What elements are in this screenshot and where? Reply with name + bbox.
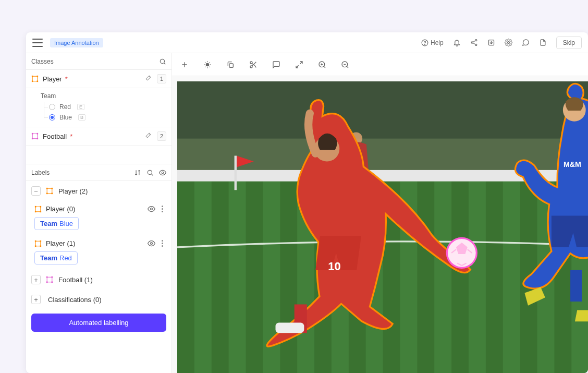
labels-title: Labels bbox=[31, 169, 50, 176]
key-hint: E bbox=[77, 104, 84, 110]
labels-header: Labels bbox=[26, 164, 172, 181]
class-count: 1 bbox=[157, 74, 166, 83]
radio-icon bbox=[49, 104, 55, 110]
zoom-in-icon[interactable] bbox=[318, 61, 326, 69]
svg-text:10: 10 bbox=[328, 260, 340, 273]
annotated-image: 10 bbox=[177, 81, 588, 373]
comment-icon[interactable] bbox=[522, 39, 530, 46]
topbar-right: Help Skip bbox=[421, 37, 582, 49]
canvas[interactable]: 10 bbox=[172, 76, 588, 373]
svg-point-16 bbox=[148, 170, 152, 174]
label-group-football[interactable]: + Football (1) bbox=[26, 270, 172, 290]
attribute-option-red[interactable]: Red E bbox=[49, 102, 172, 112]
svg-point-7 bbox=[160, 59, 164, 63]
group-label: Classifications (0) bbox=[48, 296, 102, 304]
required-icon: * bbox=[65, 75, 68, 83]
label-group-player[interactable]: − Player (2) bbox=[26, 181, 172, 201]
wand-icon[interactable] bbox=[145, 75, 152, 83]
svg-point-4 bbox=[475, 44, 476, 45]
class-row-player[interactable]: Player * 1 bbox=[26, 70, 172, 88]
class-player-attributes: Team Red E Blue B bbox=[26, 88, 172, 127]
key-hint: B bbox=[78, 114, 85, 121]
share-icon[interactable] bbox=[470, 39, 478, 46]
polygon-icon bbox=[46, 187, 53, 195]
topbar: Image Annotation Help Skip bbox=[26, 32, 588, 53]
svg-point-26 bbox=[151, 208, 153, 210]
svg-text:M&M: M&M bbox=[564, 160, 581, 169]
polygon-icon bbox=[34, 206, 42, 213]
eye-icon[interactable] bbox=[148, 205, 155, 213]
svg-rect-60 bbox=[570, 270, 582, 302]
image-stage: 10 bbox=[177, 81, 588, 373]
brightness-icon[interactable] bbox=[203, 61, 212, 69]
expand-icon[interactable]: + bbox=[31, 295, 41, 304]
label-name[interactable]: Player (0) bbox=[46, 205, 75, 213]
help-label: Help bbox=[431, 39, 444, 46]
label-item-player-1: Player (1) TeamRed bbox=[26, 235, 172, 270]
bell-icon[interactable] bbox=[453, 39, 461, 46]
wand-icon[interactable] bbox=[145, 132, 152, 140]
svg-point-1 bbox=[425, 44, 425, 44]
svg-rect-55 bbox=[276, 323, 304, 333]
sort-icon[interactable] bbox=[134, 169, 141, 176]
skip-button[interactable]: Skip bbox=[556, 37, 582, 49]
classes-title: Classes bbox=[31, 58, 54, 65]
polygon-icon bbox=[34, 240, 42, 247]
label-item-player-0: Player (0) TeamBlue bbox=[26, 201, 172, 235]
svg-point-6 bbox=[507, 42, 509, 44]
radio-icon bbox=[49, 114, 55, 121]
comment-icon[interactable] bbox=[272, 61, 280, 69]
class-row-football[interactable]: Football * 2 bbox=[26, 127, 172, 146]
svg-point-31 bbox=[151, 243, 153, 245]
eye-icon[interactable] bbox=[148, 239, 155, 247]
more-icon[interactable] bbox=[160, 240, 165, 247]
help-button[interactable]: Help bbox=[421, 39, 444, 46]
canvas-toolbar bbox=[172, 53, 588, 76]
scissors-icon[interactable] bbox=[249, 61, 258, 69]
more-icon[interactable] bbox=[160, 206, 165, 212]
required-icon: * bbox=[70, 133, 72, 140]
zoom-out-icon[interactable] bbox=[341, 61, 349, 69]
sidebar: Classes Player * 1 Team bbox=[26, 53, 172, 373]
settings-icon[interactable] bbox=[505, 39, 512, 46]
automated-labelling-button[interactable]: Automated labelling bbox=[31, 314, 166, 332]
option-label: Red bbox=[59, 103, 71, 111]
label-group-classifications[interactable]: + Classifications (0) bbox=[26, 290, 172, 309]
document-icon[interactable] bbox=[539, 39, 547, 46]
expand-icon[interactable] bbox=[295, 61, 303, 69]
polygon-icon bbox=[46, 276, 53, 283]
svg-point-3 bbox=[471, 42, 473, 43]
svg-point-36 bbox=[206, 63, 209, 66]
group-label: Player (2) bbox=[58, 187, 88, 195]
main-area: 10 bbox=[172, 53, 588, 373]
label-name[interactable]: Player (1) bbox=[46, 239, 75, 247]
svg-point-39 bbox=[250, 66, 252, 68]
help-icon bbox=[421, 39, 428, 46]
menu-icon[interactable] bbox=[32, 39, 43, 47]
class-name: Football bbox=[43, 133, 67, 140]
annotation-football[interactable] bbox=[447, 238, 476, 268]
attribute-option-blue[interactable]: Blue B bbox=[49, 112, 172, 123]
class-count: 2 bbox=[157, 131, 166, 141]
search-icon[interactable] bbox=[146, 169, 154, 176]
polygon-icon bbox=[31, 133, 39, 140]
copy-icon[interactable] bbox=[226, 61, 235, 69]
app-window: Image Annotation Help Skip Classes bbox=[26, 32, 588, 373]
team-chip-red[interactable]: TeamRed bbox=[34, 251, 78, 264]
svg-rect-49 bbox=[235, 155, 237, 190]
expand-icon[interactable]: + bbox=[31, 275, 41, 284]
svg-point-17 bbox=[162, 172, 164, 174]
polygon-icon bbox=[31, 75, 39, 82]
svg-rect-37 bbox=[229, 64, 233, 67]
svg-point-2 bbox=[475, 40, 476, 41]
image-annotation-tag: Image Annotation bbox=[50, 38, 103, 47]
classes-header: Classes bbox=[26, 53, 172, 70]
search-icon[interactable] bbox=[159, 58, 166, 65]
team-chip-blue[interactable]: TeamBlue bbox=[34, 217, 79, 230]
plus-icon[interactable] bbox=[180, 61, 189, 69]
option-label: Blue bbox=[59, 114, 72, 121]
eye-icon[interactable] bbox=[159, 169, 166, 176]
group-label: Football (1) bbox=[58, 276, 93, 284]
collapse-icon[interactable]: − bbox=[31, 186, 41, 196]
save-icon[interactable] bbox=[487, 39, 495, 46]
